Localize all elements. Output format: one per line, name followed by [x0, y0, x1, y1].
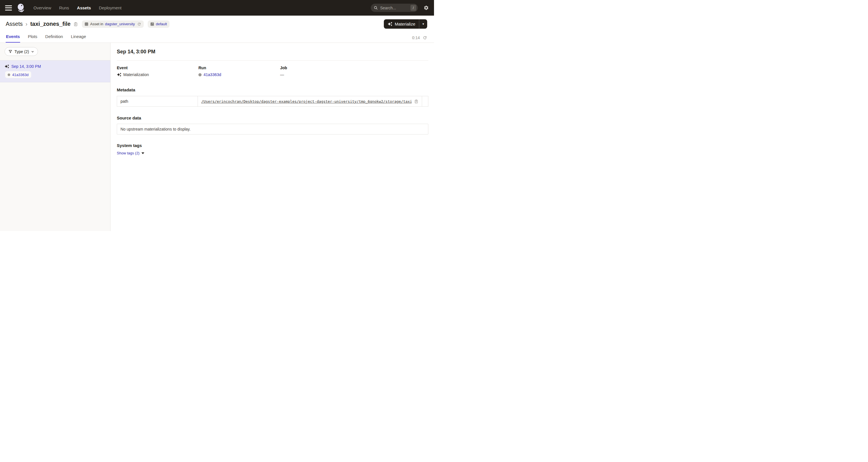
- asset-group-icon: [85, 22, 88, 26]
- code-location-pill: default: [148, 21, 169, 28]
- run-id-link[interactable]: 41a3363d: [204, 73, 221, 77]
- tab-definition[interactable]: Definition: [45, 32, 63, 42]
- materialization-sparkle-icon: [117, 73, 121, 77]
- source-data-section: Source data No upstream materializations…: [117, 115, 428, 135]
- refresh-icon[interactable]: [423, 35, 427, 40]
- metadata-value-cell: /Users/erincochran/Desktop/dagster-examp…: [198, 96, 422, 107]
- refresh-timer: 0:14: [412, 35, 427, 42]
- show-tags-label: Show tags (2): [117, 151, 140, 155]
- asset-tabs-bar: Events Plots Definition Lineage 0:14: [0, 32, 434, 43]
- asset-header-row: Assets › taxi_zones_file Asset in dagste…: [0, 16, 434, 32]
- asset-group-pill: Asset in dagster_university: [82, 21, 144, 28]
- reload-definitions-icon[interactable]: [137, 22, 141, 26]
- job-column-label: Job: [280, 65, 362, 70]
- tab-lineage[interactable]: Lineage: [70, 32, 86, 42]
- metadata-section: Metadata path /Users/erincochran/Desktop…: [117, 87, 428, 107]
- run-column-label: Run: [198, 65, 280, 70]
- job-empty-value: —: [280, 73, 284, 77]
- event-list-item-selected[interactable]: Sep 14, 3:00 PM 41a3363d: [0, 60, 110, 82]
- page-body: Type (2) Sep 14, 3:00 PM 41a3363d: [0, 43, 434, 231]
- asset-tabs: Events Plots Definition Lineage: [6, 32, 87, 42]
- source-data-empty-message: No upstream materializations to display.: [117, 124, 428, 135]
- topnav-right: /: [371, 4, 429, 12]
- system-tags-title: System tags: [117, 143, 428, 148]
- run-status-dot: [198, 73, 202, 76]
- event-item-run-id: 41a3363d: [12, 73, 29, 77]
- top-nav-bar: Overview Runs Assets Deployment /: [0, 0, 434, 16]
- chevron-down-icon: [31, 50, 34, 53]
- metadata-actions-cell: [422, 96, 428, 107]
- system-tags-section: System tags Show tags (2): [117, 143, 428, 155]
- event-type-value: Materialization: [123, 73, 149, 77]
- metadata-key-cell: path: [117, 96, 198, 107]
- materialize-button-label: Materialize: [395, 22, 415, 26]
- asset-group-link[interactable]: dagster_university: [105, 22, 135, 26]
- event-item-timestamp[interactable]: Sep 14, 3:00 PM: [11, 64, 41, 69]
- event-summary-columns: Event Materialization Run 41a3363d: [117, 65, 428, 77]
- event-column-label: Event: [117, 65, 198, 70]
- tab-events[interactable]: Events: [6, 32, 20, 42]
- code-location-icon: [150, 22, 154, 26]
- asset-in-label: Asset in: [90, 22, 103, 26]
- filter-funnel-icon: [8, 49, 12, 54]
- tab-plots[interactable]: Plots: [28, 32, 37, 42]
- breadcrumb-assets-link[interactable]: Assets: [6, 21, 23, 27]
- event-item-timestamp-row: Sep 14, 3:00 PM: [4, 64, 106, 69]
- dagster-asset-events-page: Overview Runs Assets Deployment / Assets…: [0, 0, 434, 231]
- materialize-sparkle-icon: [388, 22, 392, 26]
- run-column: Run 41a3363d: [198, 65, 280, 77]
- nav-item-assets[interactable]: Assets: [77, 5, 91, 10]
- search-input[interactable]: [380, 6, 410, 10]
- chevron-down-icon: ▾: [423, 22, 424, 26]
- primary-nav: Overview Runs Assets Deployment: [33, 5, 122, 10]
- copy-path-icon[interactable]: [414, 99, 418, 104]
- materialize-button[interactable]: Materialize: [384, 19, 419, 29]
- source-data-title: Source data: [117, 115, 428, 120]
- materialize-dropdown-button[interactable]: ▾: [419, 19, 427, 29]
- search-box[interactable]: /: [371, 4, 418, 12]
- materialization-sparkle-icon: [4, 64, 9, 69]
- type-filter-label: Type (2): [14, 49, 29, 54]
- nav-item-runs[interactable]: Runs: [59, 5, 69, 10]
- event-column: Event Materialization: [117, 65, 198, 77]
- show-tags-link[interactable]: Show tags (2): [117, 151, 144, 155]
- code-location-link[interactable]: default: [156, 22, 167, 26]
- breadcrumb-asset-name: taxi_zones_file: [30, 21, 70, 27]
- hamburger-menu-icon[interactable]: [5, 5, 12, 10]
- heading-divider: [117, 60, 428, 61]
- dagster-logo-icon[interactable]: [16, 3, 26, 13]
- run-status-dot: [8, 74, 10, 76]
- materialize-split-button: Materialize ▾: [384, 19, 427, 29]
- gear-icon[interactable]: [424, 5, 429, 10]
- search-shortcut-badge: /: [410, 5, 416, 11]
- refresh-countdown: 0:14: [412, 35, 420, 40]
- job-column: Job —: [280, 65, 362, 77]
- event-item-run-badge[interactable]: 41a3363d: [5, 71, 31, 78]
- caret-down-icon: [142, 152, 144, 154]
- nav-item-overview[interactable]: Overview: [33, 5, 51, 10]
- filter-row: Type (2): [0, 43, 110, 60]
- metadata-title: Metadata: [117, 87, 428, 92]
- breadcrumb-separator: ›: [26, 21, 28, 27]
- events-sidebar: Type (2) Sep 14, 3:00 PM 41a3363d: [0, 43, 111, 231]
- metadata-table: path /Users/erincochran/Desktop/dagster-…: [117, 96, 428, 107]
- search-icon: [374, 6, 378, 10]
- nav-item-deployment[interactable]: Deployment: [99, 5, 122, 10]
- event-detail-panel: Sep 14, 3:00 PM Event Materialization Ru…: [111, 43, 434, 231]
- event-detail-heading: Sep 14, 3:00 PM: [117, 49, 428, 55]
- metadata-path-link[interactable]: /Users/erincochran/Desktop/dagster-examp…: [201, 99, 412, 104]
- copy-asset-name-icon[interactable]: [73, 22, 78, 27]
- type-filter-button[interactable]: Type (2): [4, 47, 38, 56]
